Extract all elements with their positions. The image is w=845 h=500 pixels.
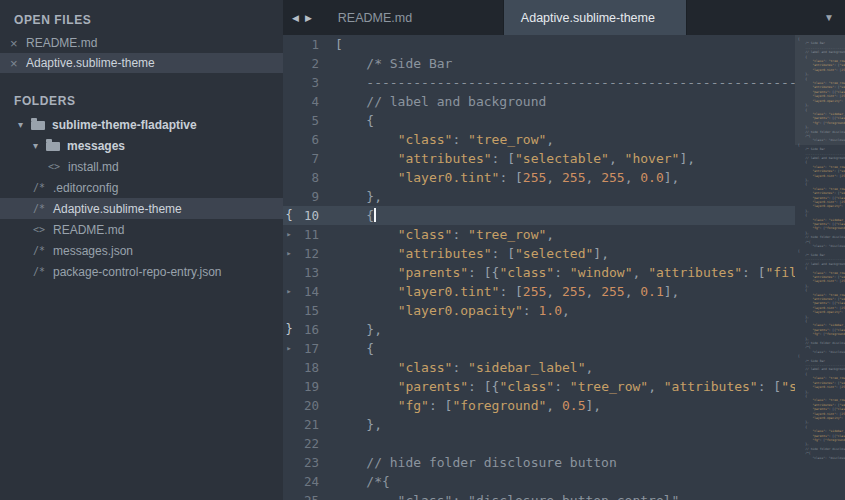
code-line[interactable]: 22 — [283, 434, 845, 453]
minimap-token: "class" — [812, 398, 825, 402]
line-number: 21 — [295, 415, 319, 434]
minimap-token: // label and background — [798, 262, 845, 266]
fold-marker-icon[interactable]: ▸ — [283, 282, 295, 301]
code-line[interactable]: ▸12 "attributes": ["selected"], — [283, 244, 845, 263]
code-line[interactable]: 3 --------------------------------------… — [283, 73, 845, 92]
tree-item-editorconfig[interactable]: /*.editorconfig — [0, 177, 283, 198]
minimap-token: : [{ — [829, 434, 836, 438]
tree-item-package-control-repo-entry-json[interactable]: /*package-control-repo-entry.json — [0, 261, 283, 282]
minimap-token: }, — [798, 337, 809, 341]
code-line[interactable]: 23 // hide folder disclosure button — [283, 453, 845, 472]
open-file-item-readme-md[interactable]: ×README.md — [0, 33, 283, 53]
close-file-icon[interactable]: × — [10, 37, 26, 50]
folder-caret-icon[interactable]: ▾ — [18, 119, 31, 130]
line-number: 9 — [295, 187, 319, 206]
code-line[interactable]: 18 "class": "sidebar_label", — [283, 358, 845, 377]
gutter-spacer — [283, 358, 295, 377]
tree-item-messages-json[interactable]: /*messages.json — [0, 240, 283, 261]
code-line[interactable]: 15 "layer0.opacity": 1.0, — [283, 301, 845, 320]
gutter-spacer — [283, 35, 295, 54]
code-line[interactable]: }16 }, — [283, 320, 845, 339]
tree-item-sublime-theme-fladaptive[interactable]: ▾sublime-theme-fladaptive — [0, 114, 283, 135]
code-line[interactable]: ▸14 "layer0.tint": [255, 255, 255, 0.1], — [283, 282, 845, 301]
gutter-spacer — [283, 92, 295, 111]
minimap-token: // label and background — [798, 156, 845, 160]
code-token: "class" — [499, 265, 554, 280]
minimap-token: /* Side Bar — [798, 253, 825, 257]
tab-readme-md[interactable]: README.md — [321, 0, 504, 35]
code-line[interactable]: 19 "parents": [{"class": "tree_row", "at… — [283, 377, 845, 396]
file-type-icon: <> — [48, 161, 68, 172]
tab-overflow-menu-icon[interactable]: ▼ — [824, 0, 834, 35]
line-number: 8 — [295, 168, 319, 187]
close-file-icon[interactable]: × — [10, 57, 26, 70]
fold-marker-icon[interactable]: ▸ — [283, 225, 295, 244]
code-line[interactable]: 5 { — [283, 111, 845, 130]
code-token: { — [335, 113, 374, 128]
minimap[interactable]: [ /* Side Bar --------------------------… — [795, 35, 845, 500]
line-number: 12 — [295, 244, 319, 263]
code-line[interactable]: 8 "layer0.tint": [255, 255, 255, 0.0], — [283, 168, 845, 187]
line-number: 16 — [295, 320, 319, 339]
minimap-token — [798, 306, 812, 310]
tab-scroll-left-icon[interactable]: ◀ — [292, 13, 299, 23]
code-line[interactable]: ▸11 "class": "tree_row", — [283, 225, 845, 244]
tab-adaptive-sublime-theme[interactable]: Adaptive.sublime-theme — [504, 0, 687, 35]
code-line[interactable]: ▸17 { — [283, 339, 845, 358]
gutter-spacer — [283, 111, 295, 130]
editor[interactable]: 1[2 /* Side Bar3 -----------------------… — [283, 35, 845, 500]
tree-item-adaptive-sublime-theme[interactable]: /*Adaptive.sublime-theme — [0, 198, 283, 219]
fold-marker-icon[interactable]: { — [283, 206, 295, 225]
code-line[interactable]: 25 "class": "disclosure_button_control", — [283, 491, 845, 500]
code-token: , — [648, 379, 664, 394]
minimap-token: "layer0.tint" — [812, 200, 835, 204]
tab-scroll-right-icon[interactable]: ▶ — [305, 13, 312, 23]
fold-marker-icon[interactable]: ▸ — [283, 244, 295, 263]
minimap-token — [798, 169, 812, 173]
code-line[interactable]: 20 "fg": ["foreground", 0.5], — [283, 396, 845, 415]
minimap-line: "class": "disclosure_button_control", — [798, 456, 845, 460]
code-text: }, — [319, 320, 845, 339]
tree-item-readme-md[interactable]: <>README.md — [0, 219, 283, 240]
tree-item-messages[interactable]: ▾messages — [0, 135, 283, 156]
tree-item-install-md[interactable]: <>install.md — [0, 156, 283, 177]
code-line[interactable]: {10 { — [283, 206, 845, 225]
minimap-viewport[interactable] — [795, 35, 845, 145]
minimap-token: { — [798, 425, 807, 429]
text-cursor — [374, 208, 376, 222]
gutter-spacer — [283, 54, 295, 73]
code-line[interactable]: 4 // label and background — [283, 92, 845, 111]
minimap-token: }, — [798, 231, 809, 235]
code-token: }, — [335, 189, 382, 204]
code-line[interactable]: 21 }, — [283, 415, 845, 434]
code-line[interactable]: 6 "class": "tree_row", — [283, 130, 845, 149]
code-line[interactable]: 1[ — [283, 35, 845, 54]
fold-marker-icon[interactable]: } — [283, 320, 295, 339]
code-token: 255 — [562, 284, 585, 299]
code-line[interactable]: 24 /*{ — [283, 472, 845, 491]
gutter-spacer — [283, 263, 295, 282]
code-text: ----------------------------------------… — [319, 73, 845, 92]
fold-marker-icon[interactable]: ▸ — [283, 339, 295, 358]
code-line[interactable]: 13 "parents": [{"class": "window", "attr… — [283, 263, 845, 282]
code-token — [335, 265, 398, 280]
line-number: 22 — [295, 434, 319, 453]
minimap-token: { — [798, 288, 807, 292]
open-file-item-adaptive-sublime-theme[interactable]: ×Adaptive.sublime-theme — [0, 53, 283, 73]
gutter-spacer — [283, 130, 295, 149]
code-token: 255 — [601, 170, 624, 185]
folder-caret-icon[interactable]: ▾ — [33, 140, 46, 151]
minimap-token: "layer0.tint" — [812, 385, 835, 389]
minimap-token: /*{ — [798, 451, 811, 455]
code-line[interactable]: 9 }, — [283, 187, 845, 206]
code-token: : [ — [742, 265, 765, 280]
code-line[interactable]: 2 /* Side Bar — [283, 54, 845, 73]
open-files-header: OPEN FILES — [0, 8, 283, 33]
code-token: "parents" — [398, 379, 468, 394]
code-token: 255 — [523, 170, 546, 185]
code-text: { — [319, 339, 845, 358]
minimap-token: { — [798, 213, 807, 217]
code-line[interactable]: 7 "attributes": ["selectable", "hover"], — [283, 149, 845, 168]
folder-icon — [46, 142, 60, 151]
line-number: 23 — [295, 453, 319, 472]
